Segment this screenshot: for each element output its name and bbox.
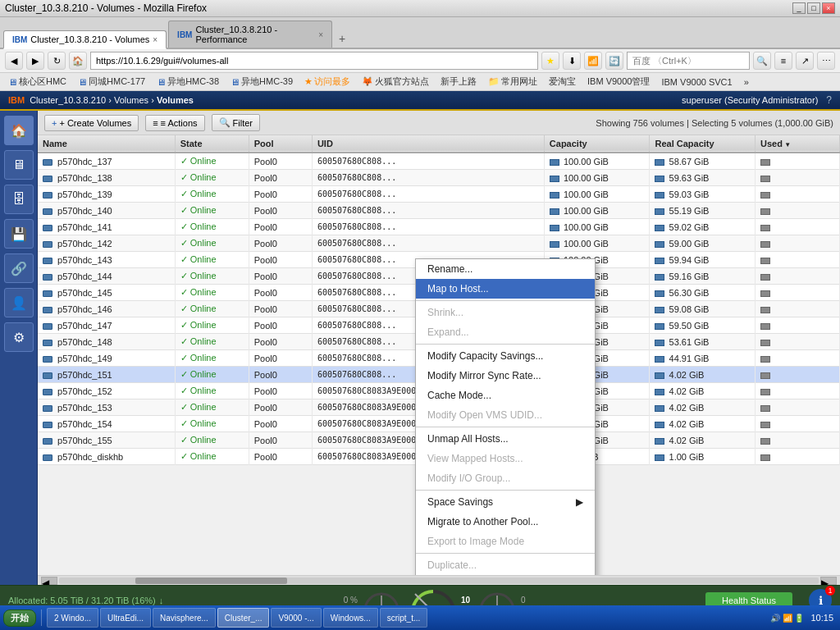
- menu-unmap-all[interactable]: Unmap All Hosts...: [416, 429, 595, 449]
- scrollbar-track[interactable]: [59, 578, 819, 584]
- browser-tab-volumes[interactable]: IBM Cluster_10.3.8.210 - Volumes ×: [3, 30, 167, 49]
- breadcrumb-volumes-nav[interactable]: Volumes: [114, 95, 148, 105]
- context-menu: Rename... Map to Host... Shrink... Expan…: [415, 258, 596, 575]
- sidebar-icon-settings[interactable]: ⚙: [4, 322, 34, 352]
- scrollbar-thumb[interactable]: [135, 578, 287, 584]
- monitor-icon: 🖥: [8, 77, 17, 87]
- bookmark-v9000[interactable]: IBM V9000管理: [584, 75, 653, 89]
- new-tab-button[interactable]: +: [334, 30, 350, 48]
- taskbar-item-navisphere[interactable]: Navisphere...: [153, 608, 216, 628]
- menu-sep-2: [416, 344, 595, 345]
- bookmark-v9000-svc1[interactable]: IBM V9000 SVC1: [658, 76, 735, 88]
- help-button[interactable]: ?: [826, 94, 832, 106]
- bookmark-hmc-38[interactable]: 🖥 异地HMC-38: [153, 75, 222, 89]
- nav-search-icon[interactable]: 🔍: [753, 52, 771, 70]
- taskbar-item-ultraedit[interactable]: UltraEdi...: [100, 608, 151, 628]
- menu-modify-capacity[interactable]: Modify Capacity Savings...: [416, 346, 595, 366]
- create-volumes-button[interactable]: + + Create Volumes: [44, 115, 139, 131]
- nav-extra2[interactable]: 📶: [584, 52, 602, 70]
- browser-titlebar: Cluster_10.3.8.210 - Volumes - Mozilla F…: [0, 0, 840, 17]
- tab-volumes-close[interactable]: ×: [153, 35, 158, 44]
- tab-performance-close[interactable]: ×: [318, 30, 323, 39]
- sidebar-icon-disk[interactable]: 💾: [4, 219, 34, 249]
- search-bar[interactable]: [627, 52, 750, 70]
- menu-sep-3: [416, 427, 595, 427]
- gauge-1-label: 0 %: [344, 596, 358, 605]
- bookmarks-more[interactable]: »: [741, 76, 752, 88]
- menu-sep-5: [416, 553, 595, 554]
- username: superuser: [682, 95, 722, 105]
- taskbar-item-script[interactable]: script_t...: [380, 608, 428, 628]
- tab-volumes-label: Cluster_10.3.8.210 - Volumes: [30, 34, 149, 44]
- monitor-icon4: 🖥: [231, 77, 240, 87]
- bookmark-hmc-39[interactable]: 🖥 异地HMC-39: [227, 75, 296, 89]
- forward-button[interactable]: ▶: [26, 52, 44, 70]
- user-info: superuser (Security Administrator): [682, 95, 818, 105]
- table-wrapper: Name State Pool UID Capacity Real Capaci…: [38, 135, 840, 575]
- bookmark-common[interactable]: 📁 常用网址: [485, 75, 541, 89]
- monitor-icon3: 🖥: [157, 77, 166, 87]
- submenu-arrow-icon: ▶: [576, 496, 583, 508]
- sidebar-icon-user[interactable]: 👤: [4, 288, 34, 317]
- menu-duplicate: Duplicate...: [416, 555, 595, 575]
- browser-tab-performance[interactable]: IBM Cluster_10.3.8.210 - Performance ×: [168, 21, 332, 48]
- horizontal-scrollbar[interactable]: ◀ ▶: [38, 575, 840, 585]
- browser-window-controls[interactable]: _ □ ×: [792, 2, 835, 14]
- nav-extra5[interactable]: ⋯: [817, 52, 835, 70]
- bookmarks-bar: 🖥 核心区HMC 🖥 同城HMC-177 🖥 异地HMC-38 🖥 异地HMC-…: [0, 73, 840, 91]
- reload-button[interactable]: ↻: [48, 52, 66, 70]
- menu-export-image: Export to Image Mode: [416, 532, 595, 551]
- sidebar-icon-link[interactable]: 🔗: [4, 253, 34, 283]
- maximize-button[interactable]: □: [807, 2, 820, 14]
- sidebar-icon-home[interactable]: 🏠: [4, 116, 34, 145]
- bookmark-taobao[interactable]: 爱淘宝: [546, 75, 579, 89]
- breadcrumb-cluster[interactable]: Cluster_10.3.8.210: [30, 95, 106, 105]
- scroll-right-button[interactable]: ▶: [820, 577, 837, 585]
- bookmark-star[interactable]: ★: [541, 52, 559, 70]
- nav-extra3[interactable]: 🔄: [605, 52, 623, 70]
- menu-rename[interactable]: Rename...: [416, 259, 595, 279]
- sidebar-icon-monitor[interactable]: 🖥: [4, 150, 34, 180]
- taskbar-item-v9000[interactable]: V9000 -...: [271, 608, 321, 628]
- url-bar[interactable]: [90, 52, 538, 70]
- app-container: IBM Cluster_10.3.8.210 › Volumes › Volum…: [0, 91, 840, 614]
- menu-migrate[interactable]: Migrate to Another Pool...: [416, 512, 595, 532]
- taskbar-item-windows2[interactable]: Windows...: [323, 608, 378, 628]
- allocation-status: Allocated: 5.05 TiB / 31.20 TiB (16%) ↓: [8, 596, 163, 605]
- menu-modify-vms: Modify Open VMS UDID...: [416, 405, 595, 425]
- app-header: IBM Cluster_10.3.8.210 › Volumes › Volum…: [0, 91, 840, 111]
- system-tray: 🔊 📶 🔋 10:15: [770, 613, 837, 623]
- bookmark-newbie[interactable]: 新手上路: [437, 75, 480, 89]
- menu-space-savings[interactable]: Space Savings ▶: [416, 492, 595, 512]
- menu-map-to-host[interactable]: Map to Host...: [416, 279, 595, 299]
- menu-cache-mode[interactable]: Cache Mode...: [416, 386, 595, 405]
- browser-tabs-bar: IBM Cluster_10.3.8.210 - Volumes × IBM C…: [0, 17, 840, 49]
- clock: 10:15: [807, 613, 837, 623]
- start-button[interactable]: 开始: [3, 609, 36, 627]
- menu-modify-mirror[interactable]: Modify Mirror Sync Rate...: [416, 366, 595, 386]
- nav-menu-button[interactable]: ≡: [774, 52, 792, 70]
- nav-extra4[interactable]: ↗: [796, 52, 814, 70]
- filter-button[interactable]: 🔍 Filter: [212, 114, 260, 131]
- bookmark-firefox[interactable]: 🦊 火狐官方站点: [358, 75, 432, 89]
- plus-icon: +: [52, 118, 57, 128]
- taskbar-item-windows[interactable]: 2 Windo...: [47, 608, 98, 628]
- bookmark-hmc-core[interactable]: 🖥 核心区HMC: [5, 75, 70, 89]
- sidebar-icon-storage[interactable]: 🗄: [4, 185, 34, 214]
- breadcrumb-current: Volumes: [157, 95, 194, 105]
- app-body: 🏠 🖥 🗄 💾 🔗 👤 ⚙ + + Create Volumes ≡ ≡ Act…: [0, 111, 840, 585]
- bookmark-most-visited[interactable]: ★ 访问最多: [301, 75, 354, 89]
- minimize-button[interactable]: _: [792, 2, 806, 14]
- menu-view-mapped: View Mapped Hosts...: [416, 449, 595, 468]
- scroll-left-button[interactable]: ◀: [41, 577, 57, 585]
- star-icon: ★: [304, 76, 313, 87]
- back-button[interactable]: ◀: [5, 52, 23, 70]
- alloc-icon: ↓: [159, 596, 164, 605]
- actions-button[interactable]: ≡ ≡ Actions: [145, 115, 204, 131]
- bookmark-hmc-177[interactable]: 🖥 同城HMC-177: [75, 75, 148, 89]
- taskbar-item-cluster[interactable]: Cluster_...: [217, 608, 270, 628]
- nav-extra1[interactable]: ⬇: [563, 52, 581, 70]
- close-button[interactable]: ×: [822, 2, 835, 14]
- home-nav-button[interactable]: 🏠: [69, 52, 87, 70]
- alloc-text: Allocated: 5.05 TiB / 31.20 TiB (16%): [8, 596, 156, 605]
